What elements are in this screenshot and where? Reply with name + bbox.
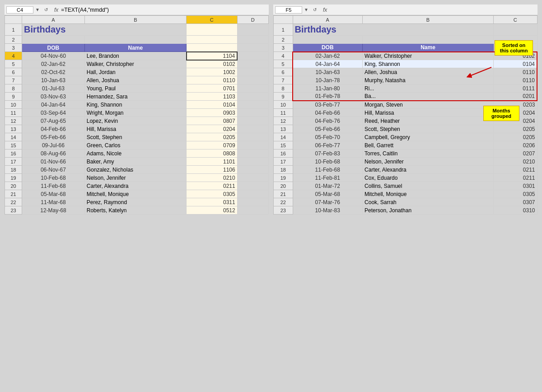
cell-b[interactable] xyxy=(363,36,494,44)
cell-c[interactable]: 0205 xyxy=(187,133,238,141)
cell-a[interactable]: 04-Feb-66 xyxy=(22,125,85,133)
cell-a[interactable]: 01-Nov-66 xyxy=(22,158,85,166)
cell-b[interactable]: Carter, Alexandra xyxy=(84,182,186,190)
col-header-b-left[interactable]: B xyxy=(84,16,186,24)
cell-b[interactable]: Morgan, Steven xyxy=(363,101,494,109)
col-header-a-right[interactable]: A xyxy=(293,16,363,24)
cell-b[interactable]: Hill, Marissa xyxy=(363,109,494,117)
cell-c[interactable]: 0808 xyxy=(187,149,238,158)
cell-a[interactable]: 09-Jul-66 xyxy=(22,141,85,149)
cell-a[interactable]: 07-Feb-83 xyxy=(293,149,363,158)
cell-b[interactable]: Scott, Stephen xyxy=(363,125,494,133)
cell-a[interactable]: 03-Nov-63 xyxy=(22,93,85,101)
cell-a[interactable]: 04-Feb-76 xyxy=(293,117,363,125)
cell-b[interactable]: Green, Carlos xyxy=(84,141,186,149)
cell-a[interactable]: 08-Aug-66 xyxy=(22,149,85,158)
cell-b[interactable]: Hernandez, Sara xyxy=(84,93,186,101)
cell-d[interactable] xyxy=(237,174,268,182)
cell-b[interactable]: Scott, Stephen xyxy=(84,133,186,141)
cell-b[interactable]: Ri... xyxy=(363,84,494,93)
cell-c[interactable]: 0301 xyxy=(493,182,537,190)
cell-d[interactable] xyxy=(237,117,268,125)
cell-c[interactable]: 0110 xyxy=(187,76,238,84)
cell-a[interactable]: 10-Feb-68 xyxy=(293,158,363,166)
cell-a[interactable]: 07-Aug-65 xyxy=(22,117,85,125)
cell-d[interactable] xyxy=(237,166,268,174)
cell-b[interactable]: Nelson, Jennifer xyxy=(84,174,186,182)
cell-d[interactable] xyxy=(237,101,268,109)
cell-d[interactable] xyxy=(237,206,268,215)
cell-a[interactable]: DOB xyxy=(293,44,363,52)
cell-c[interactable]: 0210 xyxy=(187,174,238,182)
cell-c[interactable]: 0307 xyxy=(493,198,537,206)
cell-c[interactable]: 0205 xyxy=(493,133,537,141)
cell-b[interactable]: Young, Paul xyxy=(84,84,186,93)
cell-c[interactable]: 0102 xyxy=(187,60,238,68)
cell-a[interactable]: 05-Feb-70 xyxy=(293,133,363,141)
cell-c[interactable]: 0305 xyxy=(493,190,537,198)
cell-b[interactable]: Gonzalez, Nicholas xyxy=(84,166,186,174)
cell-d[interactable] xyxy=(237,60,268,68)
cell-c[interactable]: 0201 xyxy=(493,93,537,101)
cell-a[interactable]: 11-Jan-80 xyxy=(293,84,363,93)
cell-b[interactable]: Lee, Brandon xyxy=(84,52,186,60)
cell-a[interactable]: 10-Jan-63 xyxy=(22,76,85,84)
cell-a[interactable]: 11-Feb-81 xyxy=(293,174,363,182)
cell-a[interactable]: Birthdays xyxy=(293,24,493,36)
cell-b[interactable] xyxy=(84,36,186,44)
cell-b[interactable]: Peterson, Jonathan xyxy=(363,206,494,215)
cell-a[interactable]: 11-Feb-68 xyxy=(293,166,363,174)
cell-d[interactable] xyxy=(237,68,268,76)
cell-c[interactable] xyxy=(493,24,537,36)
col-header-b-right[interactable]: B xyxy=(363,16,494,24)
cell-d[interactable] xyxy=(237,125,268,133)
cell-b[interactable]: Bell, Garrett xyxy=(363,141,494,149)
cell-ref-left[interactable] xyxy=(6,6,33,14)
cell-d[interactable] xyxy=(237,141,268,149)
cell-c[interactable]: 0211 xyxy=(493,166,537,174)
cell-d[interactable] xyxy=(237,36,268,44)
cell-a[interactable]: 06-Nov-67 xyxy=(22,166,85,174)
cell-b[interactable]: Carter, Alexandra xyxy=(363,166,494,174)
cell-b[interactable]: Nelson, Jennifer xyxy=(363,158,494,166)
cell-c[interactable]: 1002 xyxy=(187,68,238,76)
cell-b[interactable]: Allen, Joshua xyxy=(84,76,186,84)
cell-a[interactable]: 10-Jan-78 xyxy=(293,76,363,84)
cell-d[interactable] xyxy=(237,158,268,166)
cell-c[interactable]: 0210 xyxy=(493,158,537,166)
cell-c[interactable]: 0701 xyxy=(187,84,238,93)
cell-a[interactable] xyxy=(293,36,363,44)
cell-a[interactable]: 06-Feb-77 xyxy=(293,141,363,149)
cell-a[interactable]: 04-Feb-66 xyxy=(293,109,363,117)
cell-b[interactable]: Name xyxy=(84,44,186,52)
cell-c[interactable]: 0311 xyxy=(187,198,238,206)
cell-d[interactable] xyxy=(237,109,268,117)
cell-b[interactable]: Reed, Heather xyxy=(363,117,494,125)
cell-a[interactable]: 10-Feb-68 xyxy=(22,174,85,182)
cell-a[interactable]: 05-Mar-68 xyxy=(22,190,85,198)
cell-c[interactable]: 0211 xyxy=(493,174,537,182)
cell-a[interactable]: 03-Feb-77 xyxy=(293,101,363,109)
cell-b[interactable]: Roberts, Katelyn xyxy=(84,206,186,215)
cell-a[interactable]: 05-Feb-66 xyxy=(293,125,363,133)
cell-c[interactable]: 1106 xyxy=(187,166,238,174)
col-header-c-left[interactable]: C xyxy=(187,16,238,24)
cell-a[interactable]: 01-Jul-63 xyxy=(22,84,85,93)
cell-c[interactable]: 0110 xyxy=(493,68,537,76)
cell-b[interactable]: Name xyxy=(363,44,494,52)
cell-b[interactable]: Torres, Caitlin xyxy=(363,149,494,158)
col-header-c-right[interactable]: C xyxy=(493,16,537,24)
cell-d[interactable] xyxy=(237,190,268,198)
dropdown-icon-right[interactable]: ▼ xyxy=(304,7,311,12)
cell-d[interactable] xyxy=(237,44,268,52)
cell-b[interactable]: Campbell, Gregory xyxy=(363,133,494,141)
cell-b[interactable]: Mitchell, Monique xyxy=(363,190,494,198)
cell-b[interactable]: Cook, Sarrah xyxy=(363,198,494,206)
cell-d[interactable] xyxy=(237,24,268,36)
cell-b[interactable]: Ba... xyxy=(363,93,494,101)
cell-b[interactable]: King, Shannon xyxy=(84,101,186,109)
cell-c[interactable]: 0205 xyxy=(493,125,537,133)
cell-c[interactable]: 0807 xyxy=(187,117,238,125)
col-header-a-left[interactable]: A xyxy=(22,16,85,24)
cell-a[interactable]: 05-Mar-68 xyxy=(293,190,363,198)
